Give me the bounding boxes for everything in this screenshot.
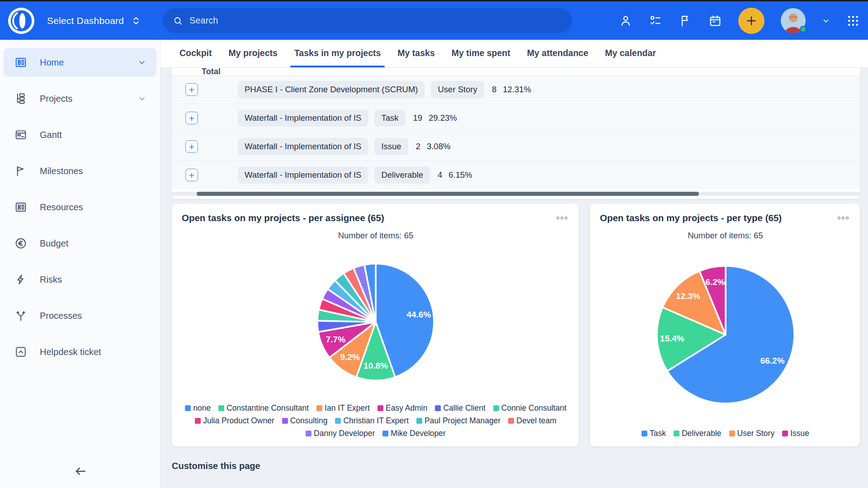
chart-title: Open tasks on my projects - per assignee… xyxy=(182,213,384,223)
search-bar xyxy=(163,8,572,33)
chart-menu-button[interactable] xyxy=(835,213,851,223)
tab-my-calendar[interactable]: My calendar xyxy=(601,48,660,67)
top-bar: Select Dashboard xyxy=(0,1,868,40)
task-list-icon[interactable] xyxy=(649,14,662,28)
sidebar: Home Projects Gantt Milestones Resources… xyxy=(0,40,160,488)
legend-item-devel-team: Devel team xyxy=(508,416,557,426)
tab-cockpit[interactable]: Cockpit xyxy=(175,48,216,67)
tab-tasks-in-my-projects[interactable]: Tasks in my projects xyxy=(290,48,385,67)
chart-menu-button[interactable] xyxy=(554,213,570,223)
sidebar-item-milestones[interactable]: Milestones xyxy=(4,156,156,185)
main-content: Cockpit My projects Tasks in my projects… xyxy=(160,40,868,488)
task-percent: 6.15% xyxy=(448,170,472,180)
chart-card-per-type: Open tasks on my projects - per type (65… xyxy=(590,204,860,446)
project-pill: PHASE I - Client Zone Development (SCRUM… xyxy=(238,81,425,98)
flag-icon[interactable] xyxy=(679,14,692,28)
expand-row-button[interactable]: + xyxy=(185,112,198,124)
task-count: 2 xyxy=(416,142,420,152)
chart-legend: Task Deliverable User Story Issue xyxy=(642,429,809,438)
legend-item-julia-product-owner: Julia Product Owner xyxy=(195,416,274,426)
legend-item-mike-developer: Mike Developer xyxy=(382,429,446,438)
search-input[interactable] xyxy=(189,15,562,26)
type-pill: User Story xyxy=(431,81,484,98)
legend-color-chip xyxy=(435,405,441,411)
legend-item-task: Task xyxy=(642,429,666,438)
chevron-down-icon xyxy=(137,94,146,103)
user-icon[interactable] xyxy=(619,14,632,28)
add-new-button[interactable] xyxy=(738,8,764,34)
table-row: + PHASE I - Client Zone Development (SCR… xyxy=(172,75,860,104)
search-icon xyxy=(173,15,183,26)
task-count: 4 xyxy=(438,170,442,180)
legend-color-chip xyxy=(382,431,388,436)
pie-percent-label: 44.6% xyxy=(406,310,431,319)
legend-item-paul-project-manager: Paul Project Manager xyxy=(416,416,500,426)
chevron-down-icon xyxy=(137,58,146,67)
easy-project-logo[interactable] xyxy=(7,7,35,35)
customise-page-link[interactable]: Customise this page xyxy=(172,461,260,471)
project-pill: Waterfall - Implementation of IS xyxy=(238,166,368,184)
sidebar-item-gantt[interactable]: Gantt xyxy=(4,120,156,149)
pie-percent-label: 66.2% xyxy=(760,356,784,365)
online-status-dot xyxy=(800,26,807,33)
table-row: + Waterfall - Implementation of IS Issue… xyxy=(172,132,860,161)
expand-row-button[interactable]: + xyxy=(185,169,198,181)
apps-grid-icon[interactable] xyxy=(846,14,860,28)
pie-percent-label: 9.2% xyxy=(340,352,360,362)
legend-item-deliverable: Deliverable xyxy=(674,429,722,438)
project-pill: Waterfall - Implementation of IS xyxy=(238,138,368,155)
table-horizontal-scrollbar xyxy=(172,189,860,199)
legend-color-chip xyxy=(493,405,499,411)
task-count: 8 xyxy=(492,85,496,95)
sidebar-item-home[interactable]: Home xyxy=(4,48,156,77)
avatar-chevron-down-icon[interactable] xyxy=(822,17,830,25)
sidebar-collapse-button[interactable] xyxy=(0,464,160,478)
task-percent: 3.08% xyxy=(427,142,450,152)
processes-icon xyxy=(14,309,27,322)
helpdesk-icon xyxy=(14,346,27,358)
expand-row-button[interactable]: + xyxy=(185,83,198,96)
gantt-icon xyxy=(14,128,27,141)
legend-color-chip xyxy=(218,405,224,411)
user-avatar[interactable] xyxy=(781,8,806,33)
pie-percent-label: 6.2% xyxy=(705,277,725,287)
pie-chart: 66.2%15.4%12.3%6.2% xyxy=(655,264,796,405)
sidebar-item-risks[interactable]: Risks xyxy=(4,265,156,294)
total-row-label: Total xyxy=(202,68,221,75)
type-pill: Issue xyxy=(374,138,408,155)
expand-row-button[interactable]: + xyxy=(185,140,198,153)
legend-item-ian-it-expert: Ian IT Expert xyxy=(316,403,370,413)
sidebar-item-resources[interactable]: Resources xyxy=(4,193,156,222)
legend-color-chip xyxy=(195,418,201,424)
sidebar-item-budget[interactable]: Budget xyxy=(4,229,156,258)
legend-item-easy-admin: Easy Admin xyxy=(377,403,427,413)
pie-percent-label: 7.7% xyxy=(326,335,345,344)
table-row: + Waterfall - Implementation of IS Deliv… xyxy=(172,161,860,189)
budget-icon xyxy=(14,237,27,250)
sidebar-item-projects[interactable]: Projects xyxy=(4,84,156,113)
legend-item-callie-client: Callie Client xyxy=(435,403,485,413)
tab-my-projects[interactable]: My projects xyxy=(225,48,282,67)
calendar-icon[interactable] xyxy=(708,14,722,28)
project-pill: Waterfall - Implementation of IS xyxy=(238,109,368,127)
sidebar-item-helpdesk-ticket[interactable]: Helpdesk ticket xyxy=(4,337,156,366)
legend-color-chip xyxy=(377,405,383,411)
scrollbar-thumb[interactable] xyxy=(197,192,699,196)
legend-color-chip xyxy=(782,431,788,436)
legend-item-connie-consultant: Connie Consultant xyxy=(493,403,566,413)
tab-my-attendance[interactable]: My attendance xyxy=(523,48,592,67)
sidebar-item-processes[interactable]: Processes xyxy=(4,301,156,330)
tab-my-time-spent[interactable]: My time spent xyxy=(448,48,514,67)
projects-icon xyxy=(14,92,27,105)
milestones-icon xyxy=(14,165,27,177)
chart-legend: none Constantine Consultant Ian IT Exper… xyxy=(185,403,567,438)
pie-chart: 44.6%10.8%9.2%7.7% xyxy=(316,262,436,382)
legend-color-chip xyxy=(416,418,422,424)
table-row: + Waterfall - Implementation of IS Task … xyxy=(172,104,860,132)
collapse-arrow-icon xyxy=(72,464,88,478)
tab-my-tasks[interactable]: My tasks xyxy=(393,48,439,67)
legend-color-chip xyxy=(282,418,288,424)
chart-title: Open tasks on my projects - per type (65… xyxy=(600,213,782,223)
pie-percent-label: 15.4% xyxy=(660,334,684,343)
dashboard-selector[interactable]: Select Dashboard xyxy=(47,15,141,27)
